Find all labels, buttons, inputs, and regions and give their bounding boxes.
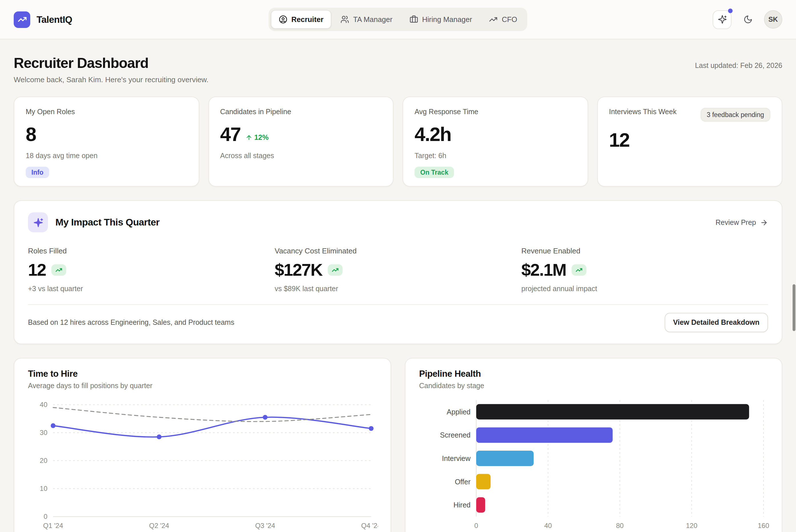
metric-revenue-enabled: Revenue Enabled $2.1M projected annual i… <box>522 247 768 293</box>
stat-value: 12 <box>609 129 770 151</box>
stat-value: 4.2h <box>415 123 576 146</box>
metric-sub: projected annual impact <box>522 285 768 293</box>
impact-footnote: Based on 12 hires across Engineering, Sa… <box>28 319 234 326</box>
on-track-badge: On Track <box>415 167 454 178</box>
chart-line-icon <box>489 15 498 24</box>
metric-roles-filled: Roles Filled 12 +3 vs last quarter <box>28 247 274 293</box>
metric-vacancy-cost: Vacancy Cost Eliminated $127K vs $89K la… <box>274 247 522 293</box>
users-icon <box>341 15 349 24</box>
page-subtitle: Welcome back, Sarah Kim. Here's your rec… <box>14 75 208 84</box>
info-badge: Info <box>26 167 49 178</box>
tab-label: TA Manager <box>353 15 393 24</box>
tab-ta-manager[interactable]: TA Manager <box>333 10 401 29</box>
chart-subtitle: Average days to fill positions by quarte… <box>28 382 377 390</box>
tab-cfo[interactable]: CFO <box>481 10 525 29</box>
app-window: TalentIQ Recruiter TA Manager Hiring Man… <box>0 0 796 532</box>
svg-text:Q2 '24: Q2 '24 <box>149 522 169 529</box>
metric-sub: vs $89K last quarter <box>274 285 522 293</box>
svg-text:0: 0 <box>474 522 478 529</box>
metric-value: $127K <box>274 260 322 280</box>
stat-sub: Target: 6h <box>415 152 576 160</box>
arrow-up-icon <box>246 134 253 141</box>
svg-text:Applied: Applied <box>447 408 471 416</box>
scrollbar-thumb[interactable] <box>793 284 795 331</box>
delta-up: 12% <box>246 134 269 146</box>
brand-logo-icon <box>14 11 30 28</box>
impact-metrics: Roles Filled 12 +3 vs last quarter Vacan… <box>28 247 768 293</box>
svg-text:Q1 '24: Q1 '24 <box>43 522 63 529</box>
tab-label: Recruiter <box>291 15 323 24</box>
trend-up-chip <box>52 264 67 276</box>
svg-text:40: 40 <box>544 522 552 529</box>
svg-text:20: 20 <box>40 457 48 464</box>
pipeline-health-chart: 04080120160AppliedScreenedInterviewOffer… <box>419 399 769 532</box>
page-title: Recruiter Dashboard <box>14 55 208 71</box>
chart-title: Pipeline Health <box>419 369 768 379</box>
stat-value: 8 <box>26 123 187 146</box>
time-to-hire-card: Time to Hire Average days to fill positi… <box>14 358 391 532</box>
stat-label: Avg Response Time <box>415 108 576 116</box>
trend-up-chip <box>572 264 587 276</box>
metric-value: 12 <box>28 260 46 280</box>
stat-card-open-roles: My Open Roles 8 18 days avg time open In… <box>14 96 199 187</box>
impact-title: My Impact This Quarter <box>55 216 159 228</box>
view-breakdown-button[interactable]: View Detailed Breakdown <box>665 313 768 332</box>
sparkles-icon <box>718 15 727 24</box>
metric-label: Revenue Enabled <box>522 247 768 255</box>
stat-label: Candidates in Pipeline <box>220 108 381 116</box>
svg-text:0: 0 <box>44 513 48 520</box>
review-prep-link[interactable]: Review Prep <box>716 218 768 226</box>
briefcase-icon <box>410 15 418 24</box>
sparkle-icon <box>28 212 48 232</box>
role-switcher: Recruiter TA Manager Hiring Manager CFO <box>269 8 528 31</box>
metric-label: Vacancy Cost Eliminated <box>274 247 522 255</box>
brand-name: TalentIQ <box>37 14 72 25</box>
notification-dot <box>728 8 733 13</box>
svg-text:Hired: Hired <box>453 501 471 509</box>
stat-label: My Open Roles <box>26 108 187 116</box>
svg-text:80: 80 <box>616 522 624 529</box>
stat-card-interviews: Interviews This Week 3 feedback pending … <box>597 96 782 187</box>
moon-icon <box>743 15 752 24</box>
user-avatar[interactable]: SK <box>764 10 782 28</box>
page-header: Recruiter Dashboard Welcome back, Sarah … <box>14 55 782 84</box>
svg-text:120: 120 <box>686 522 697 529</box>
stat-card-response-time: Avg Response Time 4.2h Target: 6h On Tra… <box>402 96 588 187</box>
impact-section: My Impact This Quarter Review Prep Roles… <box>14 201 782 344</box>
svg-text:Q3 '24: Q3 '24 <box>255 522 275 529</box>
metric-label: Roles Filled <box>28 247 274 255</box>
svg-text:30: 30 <box>40 429 48 436</box>
metric-sub: +3 vs last quarter <box>28 285 274 293</box>
svg-text:Offer: Offer <box>455 478 471 486</box>
stat-card-pipeline: Candidates in Pipeline 47 12% Across all… <box>208 96 394 187</box>
tab-label: CFO <box>501 15 517 24</box>
top-navigation-bar: TalentIQ Recruiter TA Manager Hiring Man… <box>0 0 796 39</box>
stat-sub: 18 days avg time open <box>26 152 187 160</box>
svg-text:Screened: Screened <box>440 431 471 439</box>
svg-text:160: 160 <box>758 522 769 529</box>
charts-row: Time to Hire Average days to fill positi… <box>14 358 782 532</box>
pipeline-health-card: Pipeline Health Candidates by stage 0408… <box>405 358 782 532</box>
chart-subtitle: Candidates by stage <box>419 382 768 390</box>
tab-recruiter[interactable]: Recruiter <box>271 10 331 29</box>
stat-label: Interviews This Week <box>609 108 677 116</box>
feedback-pending-badge: 3 feedback pending <box>700 108 770 121</box>
svg-text:Q4 '24: Q4 '24 <box>361 522 378 529</box>
dashboard-page: Recruiter Dashboard Welcome back, Sarah … <box>0 55 796 532</box>
svg-text:Interview: Interview <box>442 454 471 462</box>
brand: TalentIQ <box>14 11 72 28</box>
ai-assistant-button[interactable] <box>713 10 732 29</box>
tab-label: Hiring Manager <box>422 15 472 24</box>
user-circle-icon <box>279 15 287 24</box>
stat-sub: Across all stages <box>220 152 381 160</box>
dark-mode-toggle[interactable] <box>738 10 757 29</box>
stats-row: My Open Roles 8 18 days avg time open In… <box>14 96 782 187</box>
svg-text:40: 40 <box>40 401 48 408</box>
arrow-right-icon <box>760 218 768 226</box>
chart-title: Time to Hire <box>28 369 377 379</box>
stat-value: 47 <box>220 123 241 146</box>
delta-value: 12% <box>254 134 269 141</box>
top-actions: SK <box>713 10 782 29</box>
svg-text:10: 10 <box>40 484 48 492</box>
tab-hiring-manager[interactable]: Hiring Manager <box>401 10 480 29</box>
